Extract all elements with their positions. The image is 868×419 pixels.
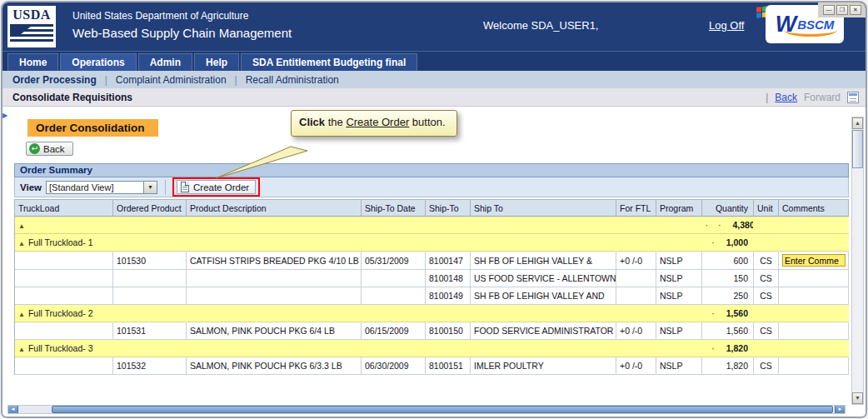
horizontal-scroll-track[interactable] [18,406,835,413]
panel-expand-icon[interactable]: ▶ [2,109,10,122]
column-header-program[interactable]: Program [656,199,702,217]
tab-operations[interactable]: Operations [60,53,136,71]
table-toolbar: View [Standard View] ▼ Create Order [14,177,849,197]
quantity-value: 1,820 [726,361,748,371]
toolbar-divider [165,180,166,195]
log-off-link[interactable]: Log Off [709,19,744,32]
restore-button[interactable]: ❐ [836,5,848,15]
breadcrumb-bar: Consolidate Requisitions | Back Forward [2,88,866,107]
back-button-label: Back [43,144,65,154]
column-header-unit[interactable]: Unit [754,199,779,217]
column-header-ordered-product[interactable]: Ordered Product [113,199,187,217]
create-order-label: Create Order [193,182,249,192]
create-order-highlight: Create Order [172,177,260,197]
app-header: USDA United States Department of Agricul… [2,2,866,51]
quantity-value: 4,380 [733,220,755,230]
scroll-left-button[interactable]: ◄ [8,406,18,413]
table-row: 101532SALMON, PINK POUCH PKG 6/3.3 LB06/… [15,357,849,375]
table-row: 101530CATFISH STRIPS BREADED PKG 4/10 LB… [15,252,849,270]
table-row: 8100149SH FB OF LEHIGH VALLEY ANDNSLP250… [15,287,849,305]
truckload-label: Full Truckload- 2 [28,308,93,318]
minimize-button[interactable]: — [823,5,835,15]
table-header-row: TruckLoadOrdered ProductProduct Descript… [15,199,849,217]
vertical-scrollbar[interactable]: ▲ ▼ [851,117,864,405]
group-row: ▲Full Truckload- 2·1,560 [15,305,849,322]
sum-dot-icon: · · [706,222,726,230]
sum-dot-icon: · [712,239,719,247]
column-header-ship-to[interactable]: Ship-To [426,199,471,217]
sum-dot-icon: · [712,345,719,353]
group-row: ▲Full Truckload- 1·1,000 [15,234,849,252]
column-header-truckload[interactable]: TruckLoad [15,199,113,217]
column-header-quantity[interactable]: Quantity [702,199,754,217]
callout-tail [209,145,309,180]
collapse-arrow-icon[interactable]: ▲ [18,240,25,247]
nav-tabs: HomeOperationsAdminHelpSDA Entitlement B… [2,51,866,71]
back-arrow-icon: ↩ [29,143,40,154]
scroll-up-button[interactable]: ▲ [852,117,863,129]
scroll-right-button[interactable]: ► [835,406,845,413]
quantity-value: 1,820 [726,343,748,353]
horizontal-scroll-thumb[interactable] [52,406,833,413]
callout-bold: Click [299,116,325,128]
vertical-scroll-track[interactable] [852,129,863,392]
column-header-ship-to-date[interactable]: Ship-To Date [362,199,426,217]
page-menu-icon[interactable] [847,92,859,103]
collapse-arrow-icon[interactable]: ▲ [18,222,25,230]
column-header-product-description[interactable]: Product Description [187,199,362,217]
content-area: ▶ Order Consolidation ↩ Back Order Summa… [2,107,866,417]
tab-home[interactable]: Home [7,53,58,71]
column-header-ship-to[interactable]: Ship To [471,199,616,217]
wbscm-swoosh [784,23,837,37]
usda-logo-text: USDA [10,7,53,22]
comment-input[interactable] [782,254,846,267]
callout-tail-text: button. [409,116,445,128]
view-dropdown-button[interactable]: ▼ [144,181,157,194]
tab-sda-entitlement-budgeting-final[interactable]: SDA Entitlement Budgeting final [241,53,417,71]
tab-admin[interactable]: Admin [138,53,192,71]
order-table-body: ▲· ·4,380▲Full Truckload- 1·1,000101530C… [15,217,849,375]
history-forward-link[interactable]: Forward [804,92,841,103]
view-select[interactable]: [Standard View] [46,181,144,194]
callout-middle: the [325,116,346,128]
collapse-arrow-icon[interactable]: ▲ [18,311,25,318]
quantity-value: 1,000 [726,237,748,247]
order-table: TruckLoadOrdered ProductProduct Descript… [14,199,849,375]
org-name: United States Department of Agriculture [72,10,248,22]
back-button[interactable]: ↩ Back [26,142,73,156]
horizontal-scrollbar[interactable]: ◄ ► [7,405,846,414]
app-window: USDA United States Department of Agricul… [1,1,867,418]
usda-logo: USDA [7,6,56,47]
quantity-value: 1,560 [726,308,748,318]
welcome-text: Welcome SDA_USER1, [483,19,598,32]
new-document-icon [181,182,189,192]
subnav: Order Processing|Complaint Administratio… [2,71,866,88]
collapse-arrow-icon[interactable]: ▲ [18,346,25,353]
tab-help[interactable]: Help [194,53,239,71]
callout-underlined: Create Order [346,116,409,128]
subnav-item-complaint-administration[interactable]: Complaint Administration [107,74,235,86]
column-header-comments[interactable]: Comments [779,199,849,217]
app-name: Web-Based Supply Chain Management [72,26,292,40]
close-button[interactable]: ✕ [850,5,861,15]
truckload-label: Full Truckload- 3 [28,343,93,353]
window-controls: — ❐ ✕ [818,2,866,17]
quantity-value: 600 [733,256,748,266]
page-title: Order Consolidation [27,119,158,137]
order-summary-bar: Order Summary [14,163,849,177]
quantity-value: 150 [733,273,748,283]
create-order-button[interactable]: Create Order [177,180,256,194]
sum-dot-icon: · [712,310,719,318]
history-back-link[interactable]: Back [775,92,797,103]
quantity-value: 250 [733,291,748,301]
column-header-for-ftl[interactable]: For FTL [616,199,656,217]
scroll-down-button[interactable]: ▼ [852,392,863,404]
subnav-item-recall-administration[interactable]: Recall Administration [237,74,347,86]
vertical-scroll-thumb[interactable] [852,130,863,168]
group-row: ▲· ·4,380 [15,217,849,234]
table-row: 101531SALMON, PINK POUCH PKG 6/4 LB06/15… [15,322,849,340]
callout: Click the Create Order button. [291,110,457,137]
quantity-value: 1,560 [726,326,748,336]
truckload-label: Full Truckload- 1 [28,237,93,247]
subnav-item-order-processing[interactable]: Order Processing [12,74,105,86]
